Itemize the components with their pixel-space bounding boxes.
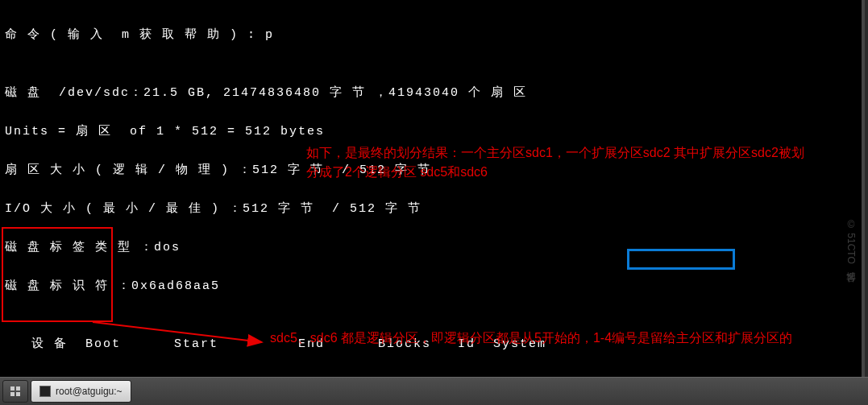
desktop-icon	[10, 386, 21, 397]
watermark-text: © 51CTO博客	[843, 219, 858, 264]
units-line: Units = 扇 区 of 1 * 512 = 512 bytes	[5, 122, 860, 142]
terminal-icon	[39, 386, 51, 397]
svg-rect-2	[16, 386, 20, 391]
io-size-line: I/O 大 小 ( 最 小 / 最 佳 ) ：512 字 节 / 512 字 节	[5, 200, 860, 219]
taskbar: root@atguigu:~	[0, 377, 868, 405]
scrollbar[interactable]	[862, 0, 865, 377]
taskbar-terminal-task[interactable]: root@atguigu:~	[31, 380, 131, 403]
disk-label-line: 磁 盘 标 签 类 型 ：dos	[5, 238, 860, 258]
terminal-output[interactable]: 命 令 ( 输 入 m 获 取 帮 助 ) : p 磁 盘 /dev/sdc：2…	[0, 0, 865, 377]
disk-ident-line: 磁 盘 标 识 符 ：0x6ad68aa5	[5, 277, 860, 296]
annotation-top: 如下，是最终的划分结果：一个主分区sdc1，一个扩展分区sdc2 其中扩展分区s…	[306, 143, 806, 182]
annotation-bottom: sdc5、sdc6 都是逻辑分区，即逻辑分区都是从5开始的，1-4编号是留给主分…	[270, 329, 834, 348]
svg-rect-4	[16, 392, 20, 396]
svg-rect-1	[10, 386, 15, 391]
disk-line: 磁 盘 /dev/sdc：21.5 GB, 21474836480 字 节 ，4…	[5, 84, 860, 103]
taskbar-show-desktop-button[interactable]	[2, 380, 28, 403]
taskbar-task-label: root@atguigu:~	[56, 386, 123, 397]
svg-rect-3	[10, 392, 15, 396]
cmd-prompt-1: 命 令 ( 输 入 m 获 取 帮 助 ) : p	[5, 26, 860, 45]
